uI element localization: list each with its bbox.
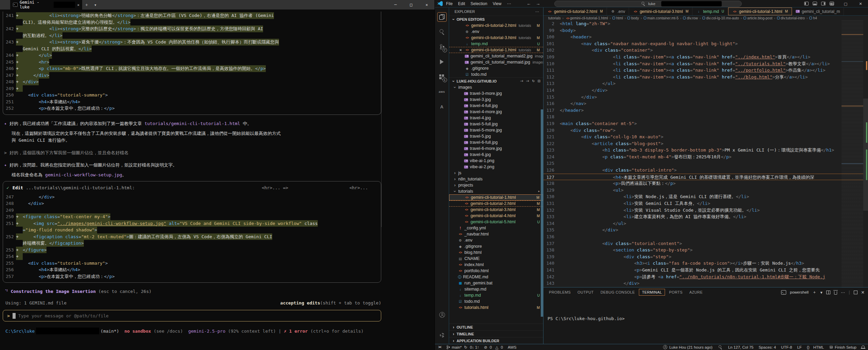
- open-editor-item[interactable]: ↓temp.mdU: [449, 41, 543, 47]
- toggle-panel-icon[interactable]: [813, 2, 817, 5]
- menu-edit[interactable]: Edit: [458, 1, 465, 6]
- eol[interactable]: LF: [797, 345, 801, 349]
- editor-tab[interactable]: ⚙.env: [607, 7, 629, 15]
- menu-file[interactable]: File: [446, 1, 453, 6]
- collapse-all-icon[interactable]: ⊟: [538, 79, 540, 83]
- panel-tab-azure[interactable]: AZURE: [687, 289, 705, 295]
- menu-selection[interactable]: Selection: [470, 1, 487, 6]
- tree-item[interactable]: travel-4-full.jpg: [449, 103, 543, 109]
- cursor-position[interactable]: Ln 127, Col 75: [728, 345, 754, 349]
- tree-item[interactable]: travel-5-more.jpg: [449, 127, 543, 133]
- split-terminal-icon[interactable]: [826, 291, 830, 294]
- tree-item[interactable]: travel-5-full.jpg: [449, 121, 543, 127]
- activity-explorer[interactable]: [435, 10, 449, 24]
- zoom-indicator[interactable]: [718, 345, 723, 350]
- refresh-icon[interactable]: ↻: [532, 79, 535, 83]
- settings-button[interactable]: [435, 328, 449, 343]
- tree-item[interactable]: iREADME.md: [449, 274, 543, 280]
- editor-tab[interactable]: <>gemini-cli-tutorial-2.htmlM: [543, 7, 607, 15]
- vscode-maximize-button[interactable]: ▢: [838, 0, 853, 7]
- code-editor[interactable]: 2<html lang="zh-TW">99<body>100 <header>…: [543, 20, 868, 287]
- tree-item[interactable]: travel-6-full.jpg: [449, 139, 543, 145]
- problems-indicator[interactable]: ⊘ 0 △ 0: [484, 345, 503, 350]
- tree-item[interactable]: <>_navbar.html: [449, 231, 543, 237]
- menu-⋯[interactable]: ⋯: [507, 1, 511, 6]
- tree-item[interactable]: ☑todo.md: [449, 298, 543, 304]
- tree-item[interactable]: vibe-ai-1.png: [449, 158, 543, 164]
- sidebar-section-timeline[interactable]: ›TIMELINE: [449, 330, 543, 337]
- minimap[interactable]: [842, 20, 863, 287]
- language-mode[interactable]: {} HTML: [807, 345, 824, 349]
- tree-item[interactable]: ⊞run_gemini.bat: [449, 280, 543, 286]
- tree-item[interactable]: travel-3-more.jpg: [449, 90, 543, 97]
- panel-more-icon[interactable]: ⋯: [841, 290, 845, 295]
- breadcrumb-item[interactable]: div.col-lg-10.mx-auto: [702, 16, 739, 20]
- tree-item[interactable]: !_config.yml: [449, 225, 543, 231]
- new-folder-icon[interactable]: ▫+: [526, 79, 529, 83]
- open-editor-item[interactable]: gemini_cli_tutorial_mermaid2.jpgimages: [449, 53, 543, 59]
- aws-status[interactable]: AWS: [508, 345, 517, 349]
- editor-scrollbar[interactable]: [863, 20, 868, 287]
- nav-back-icon[interactable]: ←: [527, 1, 531, 6]
- terminal-tab-close-icon[interactable]: ✕: [77, 3, 79, 7]
- editor-tab[interactable]: <>gemini-cli-tutorial-3.htmlM: [629, 7, 692, 15]
- encoding[interactable]: UTF-8: [781, 345, 792, 349]
- open-editor-item[interactable]: ✕<>gemini-cli-tutorial-1.htmltutorialsM: [449, 47, 543, 53]
- editor-tab[interactable]: <>gemini-cli-tutorial-1.htmlM: [728, 7, 792, 15]
- tree-item[interactable]: <>portfolio.html: [449, 268, 543, 274]
- close-icon[interactable]: ✕: [458, 48, 463, 52]
- breadcrumb-item[interactable]: div.tutorial-intro: [777, 16, 805, 20]
- terminal-minimize-button[interactable]: ─: [388, 0, 403, 10]
- new-tab-button[interactable]: ＋: [82, 0, 91, 9]
- open-editor-item[interactable]: gemini_cli_tutorial_mermaid.jpgimages: [449, 59, 543, 65]
- explorer-scrollbar[interactable]: [541, 109, 543, 317]
- tree-item[interactable]: ↓sitemap.md: [449, 286, 543, 292]
- finish-setup[interactable]: Finish Setup: [829, 345, 856, 349]
- vscode-close-button[interactable]: ✕: [853, 0, 868, 7]
- tree-item[interactable]: ▤CNAME: [449, 256, 543, 262]
- sidebar-section-outline[interactable]: ›OUTLINE: [449, 323, 543, 330]
- activity-aws[interactable]: aws: [435, 84, 449, 99]
- breadcrumb-item[interactable]: main.container.mt-5: [644, 16, 679, 20]
- tree-item[interactable]: travel-5.jpg: [449, 133, 543, 139]
- integrated-terminal[interactable]: PS C:\Src\luke-hou.github.io>: [543, 297, 868, 344]
- activity-source-control[interactable]: 7: [435, 39, 449, 54]
- sidebar-section-application-builder[interactable]: ›APPLICATION BUILDER: [449, 337, 543, 344]
- tree-item[interactable]: <>gemini-cli-tutorial-4.htmlM: [449, 213, 543, 219]
- open-editor-item[interactable]: ⚙.env: [449, 29, 543, 35]
- maximize-panel-icon[interactable]: [854, 291, 857, 294]
- git-branch[interactable]: main* ↻ 0↓ 1↑: [446, 345, 479, 350]
- tab-dropdown-icon[interactable]: ▾: [91, 0, 100, 9]
- breadcrumb-item[interactable]: <>gemini-cli-tutorial-1.html: [565, 16, 608, 20]
- project-section[interactable]: ›LUKE-HOU.GITHUB.IO ▫+ ▫+ ↻ ⊟: [449, 77, 543, 84]
- message-input[interactable]: > Type your message or @path/to/file: [3, 310, 381, 321]
- tree-item[interactable]: <>blog.html: [449, 249, 543, 256]
- terminal-dropdown-icon[interactable]: ▾: [820, 290, 822, 295]
- open-editor-item[interactable]: <>gemini-cli-tutorial-3.htmltutorialsM: [449, 35, 543, 41]
- editor-tab[interactable]: ↓temp.mdU: [692, 7, 728, 15]
- terminal-tab[interactable]: >_ Gemini - luke ✕: [10, 0, 82, 10]
- tree-item[interactable]: travel-6-more.jpg: [449, 145, 543, 152]
- new-file-icon[interactable]: ▫+: [520, 79, 523, 83]
- panel-tab-problems[interactable]: PROBLEMS: [546, 289, 573, 295]
- panel-tab-output[interactable]: OUTPUT: [575, 289, 596, 295]
- open-editors-section[interactable]: ›OPEN EDITORS: [449, 16, 543, 22]
- nav-forward-icon[interactable]: →: [536, 1, 540, 6]
- tree-folder[interactable]: ›tutorials●: [449, 188, 543, 194]
- tree-item[interactable]: <>gemini-cli-tutorial-5.htmlU: [449, 219, 543, 225]
- breadcrumb-item[interactable]: body: [627, 16, 639, 20]
- open-editor-item[interactable]: <>gemini-cli-tutorial-2.htmltutorialsM: [449, 22, 543, 29]
- account-button[interactable]: [435, 307, 449, 322]
- terminal-maximize-button[interactable]: □: [403, 0, 419, 10]
- tree-item[interactable]: <>gemini-cli-tutorial-2.htmlM: [449, 200, 543, 207]
- breadcrumb-item[interactable]: div.row: [683, 16, 698, 20]
- tree-folder[interactable]: ›js: [449, 170, 543, 176]
- new-terminal-icon[interactable]: ＋: [812, 290, 817, 295]
- git-blame[interactable]: Luke Hou (21 hours ago): [662, 344, 713, 350]
- tree-item[interactable]: <>tutorials.htmlM: [449, 304, 543, 311]
- breadcrumb-item[interactable]: h4: [809, 16, 817, 20]
- tree-folder[interactable]: ›projects: [449, 182, 543, 188]
- breadcrumb-item[interactable]: tutorials: [548, 16, 561, 20]
- activity-azure[interactable]: A: [435, 99, 449, 114]
- open-editor-item[interactable]: ◆.gitignore: [449, 65, 543, 71]
